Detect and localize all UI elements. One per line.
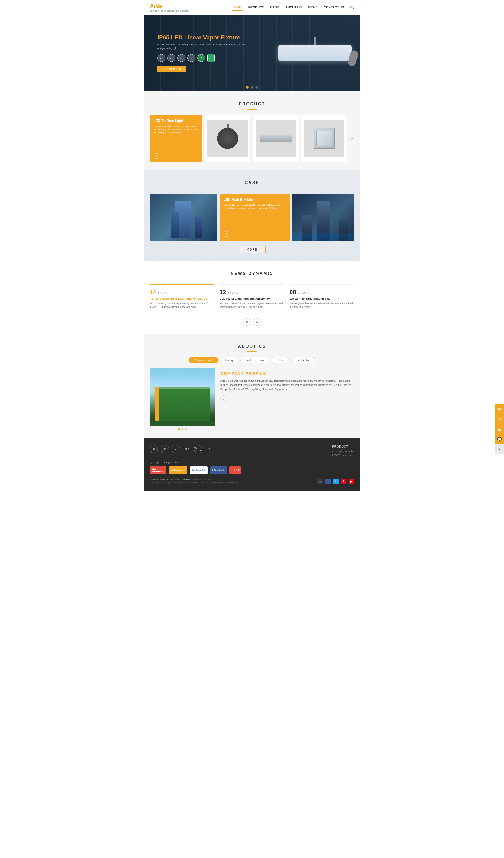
case-card-1[interactable] [150,193,217,241]
news-date-1: 14 Jul 2017 [150,289,214,296]
main-nav: HOME PRODUCT CASE ABOUT US NEWS CONTACT … [232,4,354,11]
copyright-text: Copyright © Alite Co.,All rights reserve… [150,478,241,481]
hero-content: IP65 LED Linear Vapor Fixture 0-10V DIM,… [158,34,249,72]
learn-more-button[interactable]: LEARN MORE [158,66,186,72]
logo-subtitle: Service of good faith,customer priority [150,10,189,12]
footer-bottom: Copyright © Alite Co.,All rights reserve… [150,478,354,484]
cert-ce: CE [177,54,185,62]
case-section-title: CASE [144,173,360,187]
news-next-button[interactable]: ▲ [253,318,261,325]
social-pinterest[interactable]: P [341,478,346,484]
cert-check: ✓ [188,54,195,62]
nav-contact[interactable]: CONTACT US [323,4,345,11]
footer-top: CS CE ✓ DLC ULLISTED FC PARTNERSHIP LINK… [150,445,354,474]
about-dot-2[interactable] [181,428,183,430]
case-section: CASE LED High Bay Light Alite Co.,Ltd wa… [144,170,360,261]
nav-news[interactable]: NEWS [307,4,318,11]
hero-dots [246,86,258,89]
about-dot-1[interactable] [178,428,180,430]
product-card-panel[interactable] [302,115,347,162]
social-instagram[interactable]: 📷 [317,478,323,484]
cert-icon-dlc: DLC [183,445,191,453]
tab-production-base[interactable]: Production Base [241,357,270,363]
hero-description: 0-10V DIM,3H Build-in Emergency and Moti… [158,43,249,50]
product-card-featured: LED Troffers Light 1 Light and dual LED … [150,115,202,162]
about-more-arrow[interactable]: › [221,395,227,402]
nav-about[interactable]: ABOUT US [285,4,303,11]
footer-product-item-2[interactable]: LED TRI proof series [332,454,354,457]
news-month-2: Jul 2017 [227,291,238,295]
news-controls: ▼ ▲ [144,318,360,325]
cert-icon-cs: CS [150,445,158,453]
news-month-1: Jul 2017 [157,291,168,295]
news-title-3[interactable]: We went to Yang Shuo in July [290,297,354,300]
footer-product-list: PRODUCT LED High Bay Series LED TRI proo… [332,445,354,461]
tab-company-profile[interactable]: Company Profile [189,357,218,363]
news-title-2[interactable]: LED Panel Light high light efficiency [220,297,284,300]
footer-partner-logos: LEDMAGAZINE Alibaba.com G+ Google+ f Fac… [150,466,241,474]
social-twitter[interactable]: t [333,478,339,484]
tab-certification[interactable]: Certification [291,357,315,363]
news-desc-1: ALITE is among the industry's leading ma… [150,302,214,309]
footer-partners: PARTNERSHIP LINK LEDMAGAZINE Alibaba.com… [150,461,241,474]
about-dot-3[interactable] [185,428,187,430]
social-facebook[interactable]: f [325,478,331,484]
tab-patent[interactable]: Patent [272,357,289,363]
hero-banner: IP65 LED Linear Vapor Fixture 0-10V DIM,… [144,15,360,91]
news-desc-3: The party was hold on 6th Feb. At that d… [290,302,354,309]
partner-facebook[interactable]: f Facebook [210,466,227,474]
cert-ul1: UL [158,54,165,62]
case-more-wrap: MORE [144,246,360,253]
hero-dot-2[interactable] [251,86,253,89]
search-icon[interactable]: 🔍 [350,5,354,10]
product-section-title: PRODUCT [144,94,360,108]
product-card-highbay[interactable] [205,115,250,162]
news-title-1[interactable]: ALITE release linear LED highbay fixture… [150,297,214,300]
about-section-title: ABOUT US [144,336,360,350]
featured-product-arrow[interactable]: › [153,153,159,159]
news-desc-2: For new construction and remodel project… [220,302,284,309]
header: Alite Service of good faith,customer pri… [144,0,360,15]
panel-shape [314,128,335,149]
product-next-arrow[interactable]: › [349,115,354,162]
partner-alibaba[interactable]: Alibaba.com [169,466,188,474]
news-grid: 14 Jul 2017 ALITE release linear LED hig… [144,284,360,313]
nav-case[interactable]: CASE [270,4,279,11]
about-text-wrap: COMPANY PROFILE Alite Co.,Ltd was founde… [221,368,354,430]
social-youtube[interactable]: ▶ [348,478,354,484]
product-card-linear[interactable] [253,115,299,162]
building-3 [292,193,354,241]
case-card-3[interactable] [292,193,354,241]
partner-led-magazine[interactable]: LEDMAGAZINE [150,466,166,474]
copyright-designer: Designed by: szfangwei.co [191,478,216,480]
product-grid: LED Troffers Light 1 Light and dual LED … [144,115,360,162]
hero-cert-badges: UL UL CE ✓ ★ DLC [158,54,249,62]
hero-tag: IP65 [158,34,169,41]
hero-title-text: LED Linear Vapor Fixture [171,34,240,41]
footer-social: 📷 f t P ▶ [317,478,354,484]
cert-ul2: UL [167,54,175,62]
tab-history[interactable]: History [220,357,238,363]
about-content: COMPANY PROFILE Alite Co.,Ltd was founde… [144,368,360,430]
nav-product[interactable]: PRODUCT [248,4,264,11]
partner-google[interactable]: G+ Google+ [190,466,208,474]
case-featured-arrow[interactable]: › [224,231,229,237]
footer-address: Add: Shenzhen Longhua New District, Big … [150,481,241,484]
news-section-line [247,279,257,279]
case-more-button[interactable]: MORE [239,246,266,253]
about-tabs: Company Profile History Production Base … [144,357,360,363]
hero-dot-1[interactable] [246,86,248,89]
case-grid: LED High Bay Light Alite Co.,Ltd was fou… [144,193,360,241]
cert-icon-ul: ULLISTED [194,445,202,453]
about-company-title: COMPANY PROFILE [221,371,354,376]
footer-left: CS CE ✓ DLC ULLISTED FC PARTNERSHIP LINK… [150,445,241,474]
nav-home[interactable]: HOME [232,4,243,11]
product-section: PRODUCT LED Troffers Light 1 Light and d… [144,91,360,170]
hero-product-image [278,45,352,61]
footer-product-item-1[interactable]: LED High Bay Series [332,450,354,453]
partner-led-brand[interactable]: LED [229,466,241,474]
footer-product-item-3: — [332,458,354,460]
logo-text: Alite [150,3,189,10]
news-prev-button[interactable]: ▼ [243,318,251,325]
hero-dot-3[interactable] [256,86,258,89]
